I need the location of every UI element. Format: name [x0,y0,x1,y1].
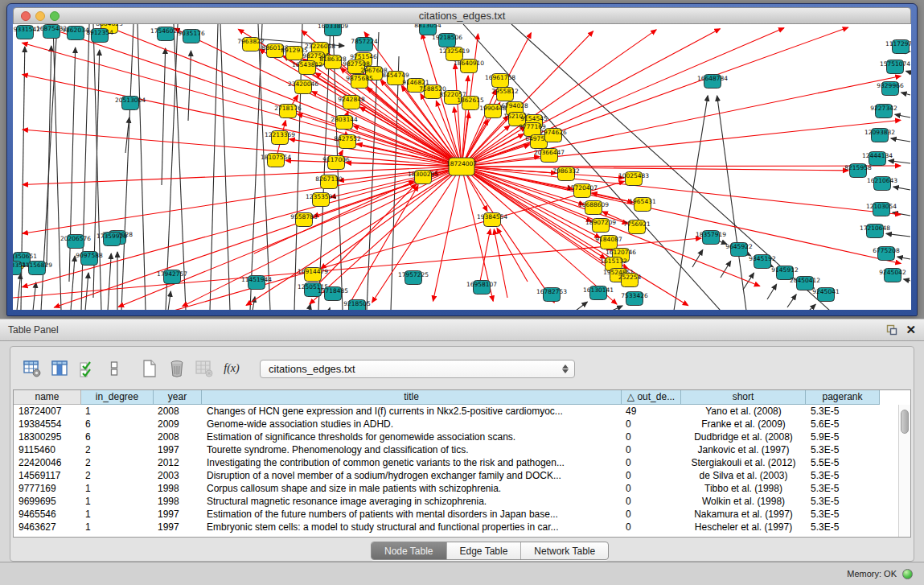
cell-title: Corpus callosum shape and size in male p… [202,482,622,495]
network-node-label: 2718176 [274,105,302,112]
network-node-label: 15720407 [567,184,598,192]
tab-node-table[interactable]: Node Table [372,542,447,559]
cell-name: 9777169 [14,482,81,495]
cell-name: 18724007 [14,405,81,418]
network-window-titlebar[interactable]: citations_edges.txt [13,7,911,24]
cell-year: 1998 [154,482,202,495]
cell-name: 14569117 [14,469,81,482]
cell-short: Franke et al. (2009) [681,418,806,431]
network-node-label: 16120746 [606,249,636,256]
table-row[interactable]: 946554611997Estimation of the future num… [14,508,910,521]
network-node-label: 9035176 [178,30,205,37]
row-height-icon[interactable] [102,357,126,380]
minimize-window-button[interactable] [35,11,45,21]
cell-year: 1997 [154,443,202,456]
network-node-label: 7533426 [621,292,648,299]
cell-year: 2003 [154,469,202,482]
network-node-label: 9558783 [290,213,318,220]
network-node-label: 11156829 [22,262,52,269]
network-node-label: 8215958 [844,164,872,171]
network-node-label: 17359928 [97,233,127,240]
table-row[interactable]: 1872400712008Changes of HCN gene express… [14,405,910,418]
table-row[interactable]: 946362711997Embryonic stem cells: a mode… [14,521,910,534]
table-toolbar: f(x) citations_edges.txt [10,347,914,382]
network-node-label: 6775208 [873,247,900,254]
table-selector[interactable]: citations_edges.txt [260,360,575,378]
cell-pagerank: 5.9E-5 [806,431,880,443]
column-header-name[interactable]: name [14,390,81,405]
network-node-label: 7955812 [491,88,519,95]
network-node-label: 7963822 [237,38,265,45]
network-node-label: 18357919 [696,231,726,238]
cell-out_degree: 0 [622,482,681,495]
network-node-label: 9097588 [76,252,103,259]
cell-short: Hescheler et al. (1997) [681,521,806,534]
cell-pagerank: 5.3E-5 [806,508,880,521]
cell-pagerank: 5.3E-5 [806,495,880,508]
column-header-title[interactable]: title [202,390,622,405]
column-header-in_degree[interactable]: in_degree [81,390,154,405]
vertical-scrollbar[interactable] [898,405,910,537]
node-table: namein_degreeyeartitle△ out_de...shortpa… [13,389,911,538]
column-header-out_degree[interactable]: △ out_de... [622,390,681,405]
table-row[interactable]: 2242004622012Investigating the contribut… [14,456,910,469]
cell-in_degree: 2 [81,443,154,456]
table-panel: Table Panel ✕ [0,319,924,585]
network-node-label: 2803144 [331,116,358,123]
network-node-label: 9862034 [62,27,89,34]
network-node-label: 10025483 [618,172,649,179]
column-header-pagerank[interactable]: pagerank [806,390,880,405]
cell-short: Wolkin et al. (1998) [681,495,806,508]
cell-name: 18300295 [14,431,81,443]
function-builder-icon[interactable]: f(x) [220,357,244,380]
network-node-label: 17546021 [150,27,181,35]
close-panel-icon[interactable]: ✕ [906,324,916,336]
memory-status-icon[interactable] [902,569,913,579]
scrollbar-thumb[interactable] [901,410,909,434]
network-node-label: 6794028 [501,102,528,109]
table-row[interactable]: 1830029562008Estimation of significance … [14,431,910,443]
table-row[interactable]: 977716911998Corpus callosum shape and si… [14,482,910,495]
new-table-icon[interactable] [138,357,162,380]
cell-title: Investigating the contribution of common… [202,456,622,469]
delete-table-icon[interactable] [165,357,189,380]
float-panel-icon[interactable] [885,324,897,336]
network-node-label: 16961758 [485,74,515,81]
cell-year: 2012 [154,456,202,469]
cell-name: 9115460 [14,443,81,456]
status-bar: Memory: OK [0,562,924,585]
table-row[interactable]: 911546021997Tourette syndrome. Phenomeno… [14,443,910,456]
network-node-label: 19218506 [432,34,462,41]
table-row[interactable]: 969969511998Structural magnetic resonanc… [14,495,910,508]
network-node-label: 252254 [618,274,642,281]
network-node-label: 20450412 [790,277,820,284]
column-header-short[interactable]: short [681,390,806,405]
table-row[interactable]: 1456911722003Disruption of a novel membe… [14,469,910,482]
close-window-button[interactable] [21,11,31,21]
network-node-label: 16648784 [697,75,728,82]
show-columns-icon[interactable] [47,357,72,380]
network-node-label: 17942757 [157,270,187,278]
tab-edge-table[interactable]: Edge Table [447,542,522,559]
cell-short: Nakamura et al. (1997) [681,508,806,521]
table-row[interactable]: 1938455462009Genome-wide association stu… [14,418,910,431]
network-node-label: 9117006 [322,156,350,163]
network-node-label: 1965431 [629,198,656,205]
network-canvas[interactable]: 7963822886012889129352322605898275051654… [13,24,911,310]
network-node-label: 9345192 [749,255,776,262]
table-mode-icon[interactable] [20,357,44,380]
cell-title: Disruption of a novel member of a sodium… [202,469,622,482]
tab-network-table[interactable]: Network Table [521,542,608,559]
column-header-year[interactable]: year [154,390,202,405]
network-view-window[interactable]: citations_edges.txt 79638228860128891293… [6,3,918,316]
cell-name: 9699695 [14,495,81,508]
select-columns-icon[interactable] [75,357,99,380]
cell-short: Stergiakouli et al. (2012) [681,456,806,469]
cell-out_degree: 0 [622,431,681,443]
zoom-window-button[interactable] [50,11,60,21]
network-node-label: 9154545 [520,115,548,122]
cell-title: Changes of HCN gene expression and I(f) … [202,405,622,418]
cell-out_degree: 0 [622,521,681,534]
network-node-label: 18907209 [585,219,616,226]
cell-title: Estimation of the future numbers of pati… [202,508,622,521]
